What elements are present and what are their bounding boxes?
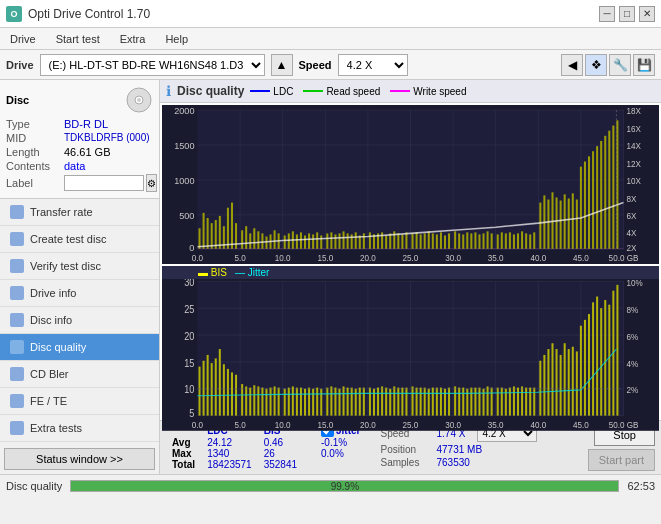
svg-rect-272 [560,355,562,416]
close-button[interactable]: ✕ [639,6,655,22]
top-chart: 2000 1500 1000 500 0 18X 16X 14X 12X 10X… [162,105,659,264]
menu-help[interactable]: Help [161,32,192,46]
speed-select[interactable]: 4.2 X [338,54,408,76]
svg-text:35.0: 35.0 [488,254,504,263]
svg-rect-261 [513,387,515,416]
svg-rect-90 [389,233,391,248]
svg-rect-194 [227,369,229,416]
svg-rect-137 [588,156,590,248]
sidebar-item-cd-bler[interactable]: CD Bler [0,361,159,388]
cd-bler-icon [10,367,24,381]
read-speed-legend-color [303,90,323,92]
svg-text:45.0: 45.0 [573,420,589,431]
svg-rect-85 [369,232,371,248]
speed-label: Speed [299,59,332,71]
save-button[interactable]: 💾 [633,54,655,76]
svg-text:10.0: 10.0 [275,254,291,263]
svg-rect-248 [458,388,460,416]
samples-label: Samples [380,457,432,468]
drive-select[interactable]: (E:) HL-DT-ST BD-RE WH16NS48 1.D3 [40,54,265,76]
svg-rect-124 [533,232,535,248]
status-window-button[interactable]: Status window >> [4,448,155,470]
extra-tests-icon [10,421,24,435]
sidebar-item-extra-tests[interactable]: Extra tests [0,415,159,442]
next-button[interactable]: ❖ [585,54,607,76]
contents-label: Contents [6,160,64,172]
svg-text:5: 5 [189,407,195,419]
write-speed-legend-color [390,90,410,92]
svg-rect-223 [351,388,353,416]
svg-rect-102 [440,232,442,248]
menu-extra[interactable]: Extra [116,32,150,46]
sidebar-item-create-test-disc[interactable]: Create test disc [0,226,159,253]
label-key: Label [6,177,64,189]
eject-button[interactable]: ▲ [271,54,293,76]
svg-rect-190 [211,363,213,416]
time-label: 62:53 [627,480,655,492]
svg-rect-229 [377,388,379,416]
label-edit-button[interactable]: ⚙ [146,174,157,192]
svg-rect-263 [521,387,523,416]
svg-rect-142 [608,131,610,249]
svg-rect-101 [436,234,438,248]
disc-info-icon [10,313,24,327]
svg-rect-125 [539,203,541,249]
type-value: BD-R DL [64,118,108,130]
label-input[interactable] [64,175,144,191]
svg-text:5.0: 5.0 [234,254,246,263]
svg-rect-82 [355,232,357,248]
svg-rect-192 [219,349,221,416]
nav-label-transfer-rate: Transfer rate [30,206,93,218]
max-ldc: 1340 [201,448,258,459]
svg-rect-138 [592,151,594,249]
disc-quality-icon [10,340,24,354]
app-icon: O [6,6,22,22]
svg-rect-269 [547,349,549,416]
menu-start-test[interactable]: Start test [52,32,104,46]
svg-rect-258 [501,388,503,416]
svg-rect-250 [466,389,468,416]
svg-rect-77 [334,234,336,248]
svg-rect-50 [219,216,221,249]
settings-button[interactable]: 🔧 [609,54,631,76]
sidebar-item-disc-quality[interactable]: Disc quality [0,334,159,361]
svg-rect-201 [257,387,259,416]
svg-rect-75 [326,233,328,248]
contents-value: data [64,160,85,172]
menu-drive[interactable]: Drive [6,32,40,46]
svg-rect-72 [312,234,314,248]
length-label: Length [6,146,64,158]
svg-rect-93 [401,234,403,248]
sidebar-item-verify-test-disc[interactable]: Verify test disc [0,253,159,280]
svg-rect-96 [416,232,418,248]
max-jitter: 0.0% [315,448,366,459]
nav-label-drive-info: Drive info [30,287,76,299]
sidebar-item-disc-info[interactable]: Disc info [0,307,159,334]
svg-rect-203 [265,389,267,416]
svg-rect-132 [568,198,570,248]
maximize-button[interactable]: □ [619,6,635,22]
sidebar-item-drive-info[interactable]: Drive info [0,280,159,307]
svg-text:6%: 6% [627,331,639,342]
svg-rect-73 [316,232,318,248]
svg-text:20: 20 [184,330,195,342]
svg-rect-108 [466,232,468,248]
sidebar-item-transfer-rate[interactable]: Transfer rate [0,199,159,226]
prev-button[interactable]: ◀ [561,54,583,76]
sidebar-item-fe-te[interactable]: FE / TE [0,388,159,415]
svg-rect-127 [547,199,549,248]
svg-rect-115 [497,234,499,248]
svg-rect-246 [448,388,450,416]
drive-label: Drive [6,59,34,71]
svg-rect-104 [448,233,450,248]
disc-panel: Disc Type BD-R DL MID TDKBLDRFB (000) Le… [0,80,159,199]
svg-rect-136 [584,161,586,248]
top-chart-svg: 2000 1500 1000 500 0 18X 16X 14X 12X 10X… [162,105,659,264]
start-part-button[interactable]: Start part [588,449,655,471]
svg-rect-121 [521,231,523,248]
svg-rect-144 [616,120,618,248]
svg-rect-46 [203,213,205,249]
minimize-button[interactable]: ─ [599,6,615,22]
svg-rect-204 [270,388,272,416]
svg-rect-143 [612,126,614,249]
